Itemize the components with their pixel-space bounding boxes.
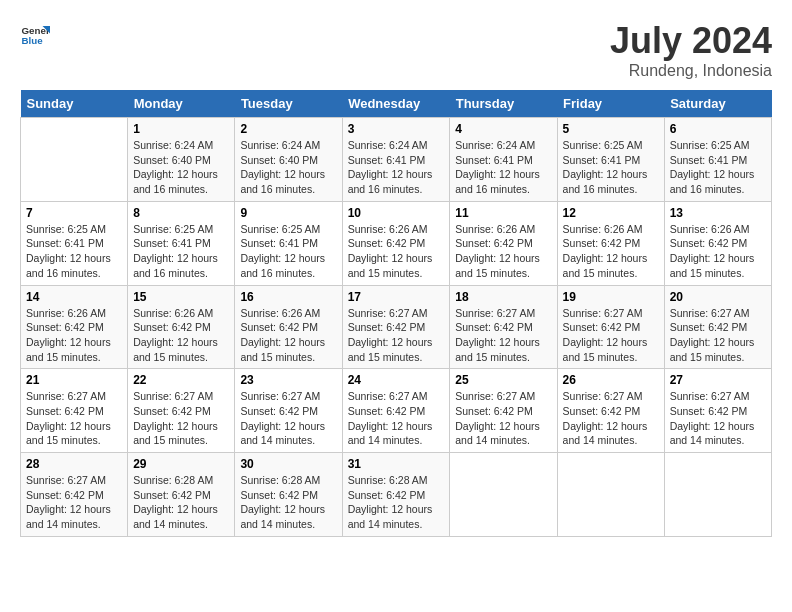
day-number: 25 <box>455 373 551 387</box>
day-cell: 12Sunrise: 6:26 AM Sunset: 6:42 PM Dayli… <box>557 201 664 285</box>
day-info: Sunrise: 6:27 AM Sunset: 6:42 PM Dayligh… <box>563 389 659 448</box>
day-info: Sunrise: 6:25 AM Sunset: 6:41 PM Dayligh… <box>563 138 659 197</box>
day-info: Sunrise: 6:26 AM Sunset: 6:42 PM Dayligh… <box>133 306 229 365</box>
day-cell <box>21 118 128 202</box>
day-cell: 25Sunrise: 6:27 AM Sunset: 6:42 PM Dayli… <box>450 369 557 453</box>
title-month: July 2024 <box>610 20 772 62</box>
week-row-2: 7Sunrise: 6:25 AM Sunset: 6:41 PM Daylig… <box>21 201 772 285</box>
day-number: 7 <box>26 206 122 220</box>
day-cell <box>450 453 557 537</box>
title-location: Rundeng, Indonesia <box>610 62 772 80</box>
day-number: 27 <box>670 373 766 387</box>
day-info: Sunrise: 6:27 AM Sunset: 6:42 PM Dayligh… <box>26 473 122 532</box>
week-row-4: 21Sunrise: 6:27 AM Sunset: 6:42 PM Dayli… <box>21 369 772 453</box>
day-cell: 11Sunrise: 6:26 AM Sunset: 6:42 PM Dayli… <box>450 201 557 285</box>
day-cell: 7Sunrise: 6:25 AM Sunset: 6:41 PM Daylig… <box>21 201 128 285</box>
day-number: 30 <box>240 457 336 471</box>
day-cell: 26Sunrise: 6:27 AM Sunset: 6:42 PM Dayli… <box>557 369 664 453</box>
day-info: Sunrise: 6:26 AM Sunset: 6:42 PM Dayligh… <box>240 306 336 365</box>
day-info: Sunrise: 6:25 AM Sunset: 6:41 PM Dayligh… <box>26 222 122 281</box>
day-cell <box>557 453 664 537</box>
day-number: 11 <box>455 206 551 220</box>
day-info: Sunrise: 6:27 AM Sunset: 6:42 PM Dayligh… <box>563 306 659 365</box>
day-cell: 2Sunrise: 6:24 AM Sunset: 6:40 PM Daylig… <box>235 118 342 202</box>
day-info: Sunrise: 6:28 AM Sunset: 6:42 PM Dayligh… <box>348 473 445 532</box>
day-info: Sunrise: 6:26 AM Sunset: 6:42 PM Dayligh… <box>563 222 659 281</box>
day-info: Sunrise: 6:27 AM Sunset: 6:42 PM Dayligh… <box>670 389 766 448</box>
day-cell: 18Sunrise: 6:27 AM Sunset: 6:42 PM Dayli… <box>450 285 557 369</box>
day-number: 12 <box>563 206 659 220</box>
day-cell: 20Sunrise: 6:27 AM Sunset: 6:42 PM Dayli… <box>664 285 771 369</box>
day-number: 1 <box>133 122 229 136</box>
day-cell <box>664 453 771 537</box>
logo-icon: General Blue <box>20 20 50 50</box>
day-number: 3 <box>348 122 445 136</box>
day-number: 24 <box>348 373 445 387</box>
day-cell: 6Sunrise: 6:25 AM Sunset: 6:41 PM Daylig… <box>664 118 771 202</box>
day-number: 18 <box>455 290 551 304</box>
day-info: Sunrise: 6:25 AM Sunset: 6:41 PM Dayligh… <box>240 222 336 281</box>
day-cell: 4Sunrise: 6:24 AM Sunset: 6:41 PM Daylig… <box>450 118 557 202</box>
day-cell: 22Sunrise: 6:27 AM Sunset: 6:42 PM Dayli… <box>128 369 235 453</box>
day-cell: 30Sunrise: 6:28 AM Sunset: 6:42 PM Dayli… <box>235 453 342 537</box>
title-block: July 2024 Rundeng, Indonesia <box>610 20 772 80</box>
day-info: Sunrise: 6:27 AM Sunset: 6:42 PM Dayligh… <box>455 389 551 448</box>
day-cell: 8Sunrise: 6:25 AM Sunset: 6:41 PM Daylig… <box>128 201 235 285</box>
day-info: Sunrise: 6:26 AM Sunset: 6:42 PM Dayligh… <box>670 222 766 281</box>
day-number: 10 <box>348 206 445 220</box>
day-cell: 1Sunrise: 6:24 AM Sunset: 6:40 PM Daylig… <box>128 118 235 202</box>
header-cell-sunday: Sunday <box>21 90 128 118</box>
day-cell: 13Sunrise: 6:26 AM Sunset: 6:42 PM Dayli… <box>664 201 771 285</box>
day-number: 22 <box>133 373 229 387</box>
calendar-table: SundayMondayTuesdayWednesdayThursdayFrid… <box>20 90 772 537</box>
day-info: Sunrise: 6:28 AM Sunset: 6:42 PM Dayligh… <box>133 473 229 532</box>
page-header: General Blue July 2024 Rundeng, Indonesi… <box>20 20 772 80</box>
header-cell-saturday: Saturday <box>664 90 771 118</box>
day-info: Sunrise: 6:24 AM Sunset: 6:40 PM Dayligh… <box>240 138 336 197</box>
day-number: 29 <box>133 457 229 471</box>
header-row: SundayMondayTuesdayWednesdayThursdayFrid… <box>21 90 772 118</box>
day-info: Sunrise: 6:24 AM Sunset: 6:41 PM Dayligh… <box>455 138 551 197</box>
day-number: 4 <box>455 122 551 136</box>
day-cell: 16Sunrise: 6:26 AM Sunset: 6:42 PM Dayli… <box>235 285 342 369</box>
day-cell: 29Sunrise: 6:28 AM Sunset: 6:42 PM Dayli… <box>128 453 235 537</box>
day-cell: 31Sunrise: 6:28 AM Sunset: 6:42 PM Dayli… <box>342 453 450 537</box>
day-number: 5 <box>563 122 659 136</box>
day-info: Sunrise: 6:27 AM Sunset: 6:42 PM Dayligh… <box>133 389 229 448</box>
day-info: Sunrise: 6:24 AM Sunset: 6:41 PM Dayligh… <box>348 138 445 197</box>
day-number: 16 <box>240 290 336 304</box>
day-number: 8 <box>133 206 229 220</box>
header-cell-friday: Friday <box>557 90 664 118</box>
day-number: 17 <box>348 290 445 304</box>
day-cell: 24Sunrise: 6:27 AM Sunset: 6:42 PM Dayli… <box>342 369 450 453</box>
day-cell: 10Sunrise: 6:26 AM Sunset: 6:42 PM Dayli… <box>342 201 450 285</box>
header-cell-monday: Monday <box>128 90 235 118</box>
day-info: Sunrise: 6:28 AM Sunset: 6:42 PM Dayligh… <box>240 473 336 532</box>
week-row-1: 1Sunrise: 6:24 AM Sunset: 6:40 PM Daylig… <box>21 118 772 202</box>
day-number: 28 <box>26 457 122 471</box>
day-info: Sunrise: 6:26 AM Sunset: 6:42 PM Dayligh… <box>348 222 445 281</box>
day-cell: 23Sunrise: 6:27 AM Sunset: 6:42 PM Dayli… <box>235 369 342 453</box>
day-cell: 21Sunrise: 6:27 AM Sunset: 6:42 PM Dayli… <box>21 369 128 453</box>
day-number: 15 <box>133 290 229 304</box>
day-cell: 27Sunrise: 6:27 AM Sunset: 6:42 PM Dayli… <box>664 369 771 453</box>
day-number: 2 <box>240 122 336 136</box>
day-info: Sunrise: 6:27 AM Sunset: 6:42 PM Dayligh… <box>670 306 766 365</box>
day-cell: 28Sunrise: 6:27 AM Sunset: 6:42 PM Dayli… <box>21 453 128 537</box>
day-cell: 9Sunrise: 6:25 AM Sunset: 6:41 PM Daylig… <box>235 201 342 285</box>
day-cell: 17Sunrise: 6:27 AM Sunset: 6:42 PM Dayli… <box>342 285 450 369</box>
day-number: 21 <box>26 373 122 387</box>
day-number: 20 <box>670 290 766 304</box>
day-info: Sunrise: 6:25 AM Sunset: 6:41 PM Dayligh… <box>133 222 229 281</box>
day-info: Sunrise: 6:27 AM Sunset: 6:42 PM Dayligh… <box>348 306 445 365</box>
day-info: Sunrise: 6:27 AM Sunset: 6:42 PM Dayligh… <box>240 389 336 448</box>
week-row-5: 28Sunrise: 6:27 AM Sunset: 6:42 PM Dayli… <box>21 453 772 537</box>
day-info: Sunrise: 6:27 AM Sunset: 6:42 PM Dayligh… <box>348 389 445 448</box>
header-cell-tuesday: Tuesday <box>235 90 342 118</box>
day-number: 14 <box>26 290 122 304</box>
day-cell: 3Sunrise: 6:24 AM Sunset: 6:41 PM Daylig… <box>342 118 450 202</box>
header-cell-thursday: Thursday <box>450 90 557 118</box>
week-row-3: 14Sunrise: 6:26 AM Sunset: 6:42 PM Dayli… <box>21 285 772 369</box>
logo: General Blue <box>20 20 50 50</box>
day-info: Sunrise: 6:27 AM Sunset: 6:42 PM Dayligh… <box>455 306 551 365</box>
